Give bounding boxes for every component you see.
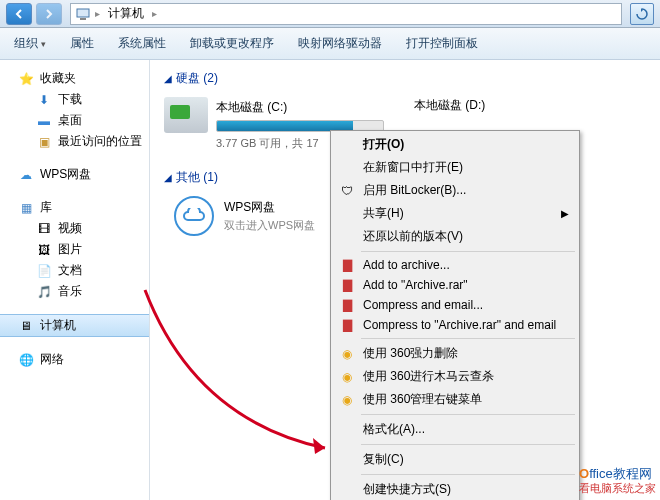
computer-icon: 🖥: [18, 318, 34, 334]
svg-rect-0: [77, 9, 89, 17]
ctx-format[interactable]: 格式化(A)...: [333, 418, 577, 441]
nav-back-button[interactable]: [6, 3, 32, 25]
toolbar-properties[interactable]: 属性: [64, 31, 100, 56]
ctx-compress-rar-email[interactable]: ▇Compress to "Archive.rar" and email: [333, 315, 577, 335]
address-bar[interactable]: ▸ 计算机 ▸: [70, 3, 622, 25]
toolbar-controlpanel[interactable]: 打开控制面板: [400, 31, 484, 56]
ctx-open-new-window[interactable]: 在新窗口中打开(E): [333, 156, 577, 179]
ctx-copy[interactable]: 复制(C): [333, 448, 577, 471]
ctx-open[interactable]: 打开(O): [333, 133, 577, 156]
wps-subtitle: 双击进入WPS网盘: [224, 218, 315, 233]
sidebar-desktop[interactable]: ▬桌面: [0, 110, 149, 131]
360-icon: ◉: [339, 346, 355, 362]
toolbar-mapdrive[interactable]: 映射网络驱动器: [292, 31, 388, 56]
document-icon: 📄: [36, 263, 52, 279]
ctx-share[interactable]: 共享(H)▶: [333, 202, 577, 225]
music-icon: 🎵: [36, 284, 52, 300]
toolbar-uninstall[interactable]: 卸载或更改程序: [184, 31, 280, 56]
menu-separator: [361, 414, 575, 415]
svg-rect-1: [80, 18, 86, 20]
watermark: Office教程网 看电脑系统之家: [579, 465, 656, 496]
menu-separator: [361, 444, 575, 445]
sidebar-downloads[interactable]: ⬇下载: [0, 89, 149, 110]
toolbar-organize[interactable]: 组织▾: [8, 31, 52, 56]
sidebar-computer[interactable]: 🖥计算机: [0, 314, 149, 337]
cloud-icon: [174, 196, 214, 236]
rar-icon: ▇: [339, 277, 355, 293]
toolbar: 组织▾ 属性 系统属性 卸载或更改程序 映射网络驱动器 打开控制面板: [0, 28, 660, 60]
drive-icon: [164, 97, 208, 133]
shield-icon: 🛡: [339, 183, 355, 199]
sidebar-videos[interactable]: 🎞视频: [0, 218, 149, 239]
nav-forward-button[interactable]: [36, 3, 62, 25]
picture-icon: 🖼: [36, 242, 52, 258]
refresh-button[interactable]: [630, 3, 654, 25]
360-icon: ◉: [339, 392, 355, 408]
cloud-icon: ☁: [18, 167, 34, 183]
ctx-compress-email[interactable]: ▇Compress and email...: [333, 295, 577, 315]
sidebar-network[interactable]: 🌐网络: [0, 349, 149, 370]
menu-separator: [361, 474, 575, 475]
rar-icon: ▇: [339, 257, 355, 273]
menu-separator: [361, 338, 575, 339]
collapse-icon: ◢: [164, 172, 172, 183]
wps-title: WPS网盘: [224, 199, 315, 216]
sidebar-recent[interactable]: ▣最近访问的位置: [0, 131, 149, 152]
ctx-360-scan[interactable]: ◉使用 360进行木马云查杀: [333, 365, 577, 388]
360-icon: ◉: [339, 369, 355, 385]
ctx-add-rar[interactable]: ▇Add to "Archive.rar": [333, 275, 577, 295]
ctx-add-archive[interactable]: ▇Add to archive...: [333, 255, 577, 275]
ctx-bitlocker[interactable]: 🛡启用 BitLocker(B)...: [333, 179, 577, 202]
library-icon: ▦: [18, 200, 34, 216]
computer-icon: [75, 6, 91, 22]
sidebar-favorites[interactable]: ⭐收藏夹: [0, 68, 149, 89]
breadcrumb-separator: ▸: [95, 8, 100, 19]
breadcrumb-root[interactable]: 计算机: [104, 5, 148, 22]
toolbar-sysprops[interactable]: 系统属性: [112, 31, 172, 56]
sidebar-libraries[interactable]: ▦库: [0, 197, 149, 218]
sidebar-documents[interactable]: 📄文档: [0, 260, 149, 281]
menu-separator: [361, 251, 575, 252]
drive-c-label: 本地磁盘 (C:): [216, 99, 384, 116]
section-harddisk-header[interactable]: ◢硬盘 (2): [164, 70, 646, 87]
ctx-create-shortcut[interactable]: 创建快捷方式(S): [333, 478, 577, 500]
ctx-360-menu[interactable]: ◉使用 360管理右键菜单: [333, 388, 577, 411]
sidebar-wps[interactable]: ☁WPS网盘: [0, 164, 149, 185]
sidebar-pictures[interactable]: 🖼图片: [0, 239, 149, 260]
sidebar: ⭐收藏夹 ⬇下载 ▬桌面 ▣最近访问的位置 ☁WPS网盘 ▦库 🎞视频 🖼图片 …: [0, 60, 150, 500]
ctx-360-delete[interactable]: ◉使用 360强力删除: [333, 342, 577, 365]
network-icon: 🌐: [18, 352, 34, 368]
context-menu: 打开(O) 在新窗口中打开(E) 🛡启用 BitLocker(B)... 共享(…: [330, 130, 580, 500]
submenu-arrow-icon: ▶: [561, 208, 569, 219]
rar-icon: ▇: [339, 297, 355, 313]
drive-d-label: 本地磁盘 (D:): [414, 97, 634, 114]
ctx-restore-versions[interactable]: 还原以前的版本(V): [333, 225, 577, 248]
breadcrumb-separator: ▸: [152, 8, 157, 19]
sidebar-music[interactable]: 🎵音乐: [0, 281, 149, 302]
chevron-down-icon: ▾: [41, 39, 46, 49]
rar-icon: ▇: [339, 317, 355, 333]
collapse-icon: ◢: [164, 73, 172, 84]
desktop-icon: ▬: [36, 113, 52, 129]
download-icon: ⬇: [36, 92, 52, 108]
video-icon: 🎞: [36, 221, 52, 237]
titlebar: ▸ 计算机 ▸: [0, 0, 660, 28]
star-icon: ⭐: [18, 71, 34, 87]
recent-icon: ▣: [36, 134, 52, 150]
